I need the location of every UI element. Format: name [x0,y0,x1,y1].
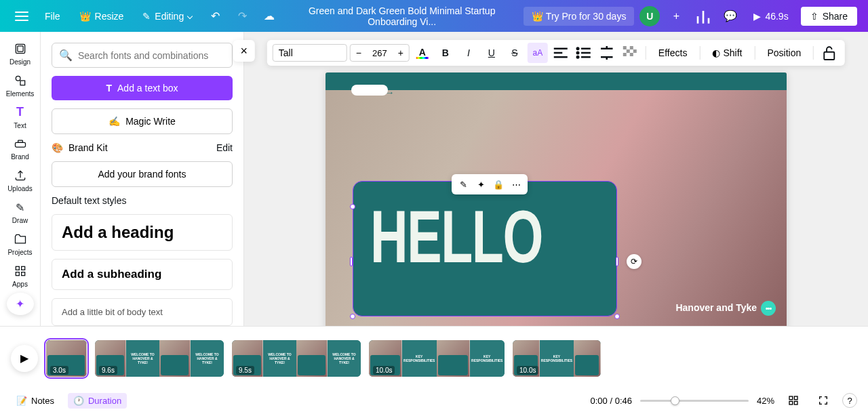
user-avatar[interactable]: U [639,6,660,26]
comments-button[interactable]: 💬 [719,5,741,27]
magic-write-label: Magic Write [125,116,176,127]
grid-view-button[interactable] [783,392,804,409]
nav-projects[interactable]: Projects [0,229,41,260]
zoom-slider-handle[interactable] [671,396,679,405]
nav-brand[interactable]: Brand [0,134,41,165]
duration-label: Duration [88,396,121,406]
canvas-slide[interactable]: → ✎ ✦ 🔒 ⋯ HELLO × ⟳ Hanover and Tyke ••• [326,73,787,326]
analytics-button[interactable] [692,5,714,27]
text-icon: T [14,106,27,119]
strikethrough-button[interactable]: S [505,43,525,63]
brand-kit-edit-link[interactable]: Edit [216,142,233,153]
font-size-increase[interactable]: + [393,45,409,61]
total-time: 46.9s [765,11,788,22]
nav-elements-label: Elements [6,90,35,98]
search-fonts-input[interactable] [78,50,225,61]
nav-design[interactable]: Design [0,39,41,69]
ai-element-button[interactable]: ✦ [473,177,488,192]
selection-handle-mr[interactable] [616,257,618,266]
font-family-select[interactable]: Tall [273,44,347,62]
position-button[interactable]: Position [760,45,808,61]
file-menu[interactable]: File [38,7,67,26]
nav-uploads-label: Uploads [7,185,33,192]
add-brand-fonts-button[interactable]: Add your brand fonts [52,161,233,187]
transparency-button[interactable] [620,43,640,63]
lock-element-button[interactable]: 🔒 [491,177,506,192]
edit-element-button[interactable]: ✎ [456,177,471,192]
nav-projects-label: Projects [7,249,32,256]
bold-button[interactable]: B [435,43,456,63]
selection-handle-tl[interactable] [350,204,355,209]
shift-button[interactable]: ◐Shift [705,45,749,61]
magic-write-button[interactable]: ✍Magic Write [52,108,233,134]
svg-point-20 [577,56,579,58]
lock-button[interactable] [819,43,840,63]
nav-elements[interactable]: Elements [0,70,41,101]
magic-button[interactable]: ✦ [7,293,34,315]
spacing-button[interactable] [597,43,617,63]
hello-text-element[interactable]: HELLO [370,205,542,268]
resize-button[interactable]: 👑Resize [73,7,131,26]
timeline-thumb-3[interactable]: KEY RESPONSIBILITIESKEY RESPONSIBILITIES… [369,340,505,377]
underline-button[interactable]: U [481,43,502,63]
svg-rect-4 [17,46,22,51]
shift-label: Shift [723,47,742,58]
brand-badge[interactable]: ••• [761,301,776,316]
nav-draw[interactable]: ✎Draw [0,197,41,228]
play-preview-button[interactable]: ▶46.9s [747,7,795,26]
selection-handle-br[interactable] [614,314,620,319]
add-body-text-card[interactable]: Add a little bit of body text [52,298,233,326]
timeline-play-button[interactable]: ▶ [11,345,38,372]
elements-icon [14,74,27,87]
font-size-stepper[interactable]: − 267 + [350,44,410,62]
nav-apps[interactable]: Apps [0,261,41,291]
undo-button[interactable]: ↶ [204,5,226,27]
try-pro-button[interactable]: 👑 Try Pro for 30 days [524,7,634,26]
nav-text[interactable]: TText [0,102,41,133]
close-panel-button[interactable]: × [233,40,255,62]
add-text-box-button[interactable]: TAdd a text box [52,76,233,100]
zoom-slider[interactable] [640,400,749,402]
svg-rect-9 [16,266,19,270]
brand-kit-label: Brand Kit [68,142,108,153]
search-fonts-input-wrapper[interactable]: 🔍 [52,43,233,68]
nav-apps-label: Apps [12,281,28,288]
svg-rect-12 [21,272,24,275]
selection-handle-ml[interactable] [350,257,353,266]
text-color-button[interactable]: A [412,43,433,63]
alignment-button[interactable] [551,43,571,63]
nav-uploads[interactable]: Uploads [0,165,41,196]
notes-button[interactable]: 📝Notes [11,393,60,409]
editing-menu[interactable]: ✎Editing [136,7,199,26]
font-size-value[interactable]: 267 [367,45,393,61]
duration-button[interactable]: 🕐Duration [68,393,127,409]
timeline-thumb-4[interactable]: KEY RESPONSIBILITIES10.0s [513,340,601,377]
document-title[interactable]: Green and Dark Green Bold Minimal Startu… [285,5,518,27]
add-subheading-card[interactable]: Add a subheading [52,259,233,290]
notes-label: Notes [31,396,54,406]
timeline-thumb-1[interactable]: WELCOME TO HANOVER & TYKE!WELCOME TO HAN… [95,340,224,377]
help-button[interactable]: ? [842,393,857,408]
italic-button[interactable]: I [458,43,479,63]
crown-icon: 👑 [79,11,91,22]
share-button[interactable]: ⇧Share [801,7,857,26]
list-button[interactable] [574,43,594,63]
brand-text[interactable]: Hanover and Tyke [675,302,757,313]
redo-button[interactable]: ↷ [231,5,253,27]
add-collaborator-button[interactable]: + [665,5,687,27]
uppercase-button[interactable]: aA [528,43,548,63]
rotate-handle[interactable]: ⟳ [627,254,642,269]
font-size-decrease[interactable]: − [351,45,367,61]
effects-button[interactable]: Effects [652,45,694,61]
thumb-duration: 9.5s [236,366,254,375]
apps-icon [14,264,27,278]
fullscreen-button[interactable] [812,392,834,409]
timeline-thumb-2[interactable]: WELCOME TO HANOVER & TYKE!WELCOME TO HAN… [232,340,361,377]
cloud-sync-icon[interactable]: ☁ [258,5,280,27]
add-heading-card[interactable]: Add a heading [52,214,233,251]
hamburger-menu[interactable] [11,5,33,27]
timeline-thumb-0[interactable]: 3.0s [46,340,87,377]
zoom-percent[interactable]: 42% [757,396,774,406]
more-element-button[interactable]: ⋯ [509,177,524,192]
selection-handle-bl[interactable] [350,314,355,319]
